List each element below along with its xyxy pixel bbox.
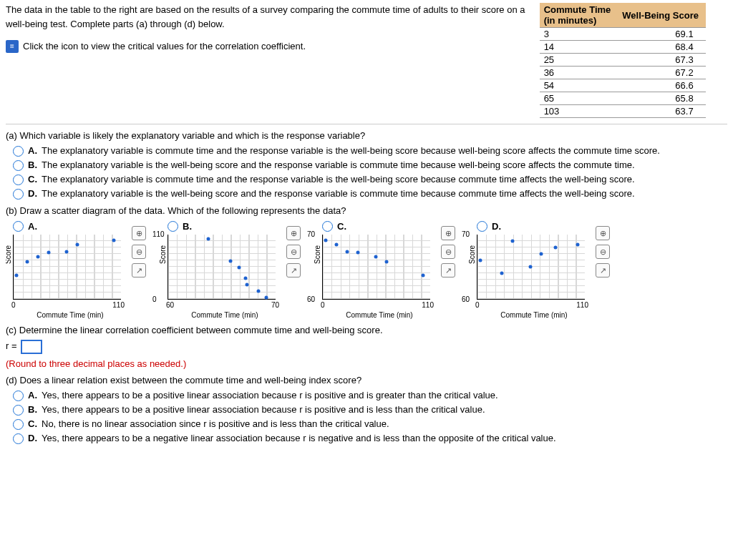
table-row: 1468.4 bbox=[540, 41, 706, 54]
popout-icon[interactable]: ↗ bbox=[596, 263, 610, 277]
popout-icon[interactable]: ↗ bbox=[132, 263, 146, 277]
radio-b-C[interactable] bbox=[322, 221, 333, 232]
zoom-out-icon[interactable]: ⊖ bbox=[596, 245, 610, 259]
table-row: 369.1 bbox=[540, 28, 706, 41]
scatter-D: 70600110 bbox=[477, 235, 585, 300]
popout-icon[interactable]: ↗ bbox=[286, 263, 301, 277]
r-label: r = bbox=[6, 340, 17, 351]
intro-text: The data in the table to the right are b… bbox=[6, 3, 533, 31]
table-row: 10363.7 bbox=[540, 105, 706, 118]
table-row: 6565.8 bbox=[540, 92, 706, 105]
scatter-B: 11006070 bbox=[168, 235, 276, 300]
scatter-C: 70600110 bbox=[322, 235, 430, 300]
scatter-A: 70600110 bbox=[13, 235, 121, 300]
part-d-question: (d) Does a linear relation exist between… bbox=[6, 375, 727, 385]
r-input[interactable] bbox=[21, 340, 42, 354]
radio-a-D[interactable] bbox=[13, 189, 24, 200]
part-c-question: (c) Determine the linear correlation coe… bbox=[6, 325, 727, 335]
table-row: 2567.3 bbox=[540, 54, 706, 67]
radio-a-A[interactable] bbox=[13, 146, 24, 157]
part-a-question: (a) Which variable is likely the explana… bbox=[6, 130, 727, 141]
radio-d-C[interactable] bbox=[13, 419, 24, 430]
radio-d-D[interactable] bbox=[13, 433, 24, 444]
zoom-in-icon[interactable]: ⊕ bbox=[441, 226, 455, 240]
data-table: Commute Time(in minutes)Well-Being Score… bbox=[540, 3, 706, 118]
critical-values-link[interactable]: Click the icon to view the critical valu… bbox=[23, 39, 306, 54]
radio-d-A[interactable] bbox=[13, 390, 24, 401]
radio-a-B[interactable] bbox=[13, 160, 24, 171]
table-row: 5466.6 bbox=[540, 79, 706, 92]
zoom-out-icon[interactable]: ⊖ bbox=[286, 245, 301, 259]
radio-d-B[interactable] bbox=[13, 405, 24, 416]
zoom-out-icon[interactable]: ⊖ bbox=[441, 245, 455, 259]
zoom-in-icon[interactable]: ⊕ bbox=[132, 226, 146, 240]
radio-a-C[interactable] bbox=[13, 175, 24, 185]
critical-values-icon[interactable]: ≡ bbox=[6, 40, 19, 53]
radio-b-B[interactable] bbox=[168, 221, 178, 232]
zoom-out-icon[interactable]: ⊖ bbox=[132, 245, 146, 259]
radio-b-D[interactable] bbox=[477, 221, 487, 232]
popout-icon[interactable]: ↗ bbox=[441, 263, 455, 277]
part-b-question: (b) Draw a scatter diagram of the data. … bbox=[6, 205, 727, 216]
part-c-instruction: (Round to three decimal places as needed… bbox=[6, 358, 727, 369]
zoom-in-icon[interactable]: ⊕ bbox=[286, 226, 301, 240]
radio-b-A[interactable] bbox=[13, 221, 24, 232]
zoom-in-icon[interactable]: ⊕ bbox=[596, 226, 610, 240]
table-row: 3667.2 bbox=[540, 67, 706, 79]
